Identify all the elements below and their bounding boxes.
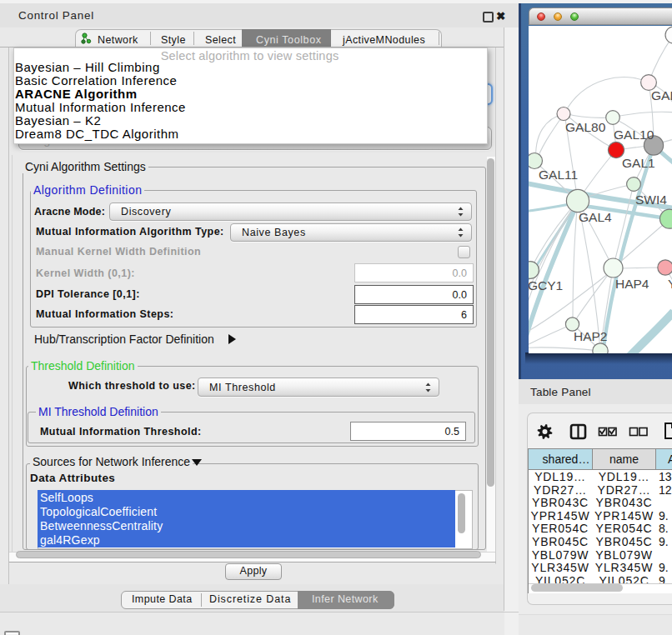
svg-text:GAL10: GAL10 [614,128,654,142]
svg-text:GAL11: GAL11 [539,168,578,182]
svg-text:GAL1: GAL1 [622,156,655,170]
svg-text:GCY1: GCY1 [529,278,563,292]
svg-text:GAL8: GAL8 [651,88,672,102]
svg-text:HAP4: HAP4 [615,277,649,291]
svg-text:HAP2: HAP2 [574,329,608,343]
svg-text:SWI4: SWI4 [635,192,667,207]
svg-text:GAL80: GAL80 [565,120,606,134]
svg-text:YJ: YJ [668,277,672,291]
svg-text:GAL4: GAL4 [579,210,612,224]
